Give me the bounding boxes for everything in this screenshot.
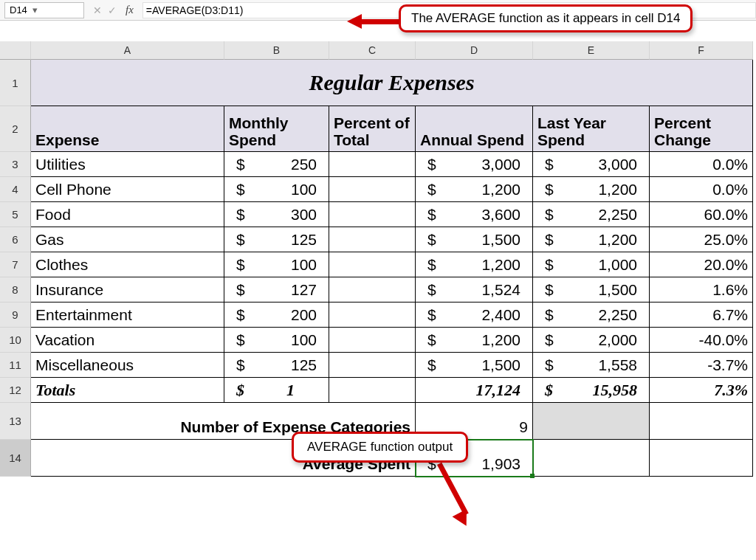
cell-f9[interactable]: 6.7% <box>650 303 753 328</box>
cell-f13[interactable] <box>650 403 753 440</box>
cell-c7[interactable] <box>329 252 416 277</box>
col-header-e[interactable]: E <box>533 41 650 60</box>
cell-c12[interactable] <box>329 378 416 403</box>
cell-f5[interactable]: 60.0% <box>650 202 753 227</box>
cell-e6[interactable]: $1,200 <box>533 227 650 252</box>
cell-d11[interactable]: $1,500 <box>416 353 533 378</box>
cell-a11[interactable]: Miscellaneous <box>31 353 224 378</box>
cell-c3[interactable] <box>329 152 416 177</box>
cell-e4[interactable]: $1,200 <box>533 177 650 202</box>
cell-e3[interactable]: $3,000 <box>533 152 650 177</box>
row-header-13[interactable]: 13 <box>0 403 31 440</box>
cell-a3[interactable]: Utilities <box>31 152 224 177</box>
row-header-2[interactable]: 2 <box>0 106 31 152</box>
cell-f12[interactable]: 7.3% <box>650 378 753 403</box>
cell-f3[interactable]: 0.0% <box>650 152 753 177</box>
cell-c10[interactable] <box>329 328 416 353</box>
cell-f10[interactable]: -40.0% <box>650 328 753 353</box>
col-header-c[interactable]: C <box>329 41 416 60</box>
col-header-b[interactable]: B <box>224 41 329 60</box>
header-annual[interactable]: Annual Spend <box>416 106 533 152</box>
enter-icon[interactable]: ✓ <box>108 4 117 16</box>
cell-e8[interactable]: $1,500 <box>533 277 650 303</box>
cell-b5[interactable]: $300 <box>224 202 329 227</box>
cell-c11[interactable] <box>329 353 416 378</box>
row-header-1[interactable]: 1 <box>0 60 31 106</box>
cell-d8[interactable]: $1,524 <box>416 277 533 303</box>
cell-b8[interactable]: $127 <box>224 277 329 303</box>
row-header-5[interactable]: 5 <box>0 202 31 227</box>
header-percent-change[interactable]: Percent Change <box>650 106 753 152</box>
cell-d12[interactable]: 17,124 <box>416 378 533 403</box>
title-cell[interactable]: Regular Expenses <box>31 60 753 106</box>
cell-d4[interactable]: $1,200 <box>416 177 533 202</box>
cell-e14[interactable] <box>533 440 650 477</box>
cell-a5[interactable]: Food <box>31 202 224 227</box>
callout-output: AVERAGE function output <box>292 432 468 463</box>
cell-b11[interactable]: $125 <box>224 353 329 378</box>
cell-a6[interactable]: Gas <box>31 227 224 252</box>
cell-f11[interactable]: -3.7% <box>650 353 753 378</box>
cell-e5[interactable]: $2,250 <box>533 202 650 227</box>
cell-e7[interactable]: $1,000 <box>533 252 650 277</box>
cell-f7[interactable]: 20.0% <box>650 252 753 277</box>
cell-c6[interactable] <box>329 227 416 252</box>
cell-b6[interactable]: $125 <box>224 227 329 252</box>
row-header-3[interactable]: 3 <box>0 152 31 177</box>
cell-f6[interactable]: 25.0% <box>650 227 753 252</box>
cell-d10[interactable]: $1,200 <box>416 328 533 353</box>
cancel-icon[interactable]: ✕ <box>93 4 102 16</box>
cell-c4[interactable] <box>329 177 416 202</box>
header-last-year[interactable]: Last Year Spend <box>533 106 650 152</box>
cell-a10[interactable]: Vacation <box>31 328 224 353</box>
row-header-4[interactable]: 4 <box>0 177 31 202</box>
cell-b7[interactable]: $100 <box>224 252 329 277</box>
cell-c9[interactable] <box>329 303 416 328</box>
cell-e12[interactable]: $15,958 <box>533 378 650 403</box>
row-header-9[interactable]: 9 <box>0 303 31 328</box>
cell-f8[interactable]: 1.6% <box>650 277 753 303</box>
col-header-a[interactable]: A <box>31 41 224 60</box>
cell-a4[interactable]: Cell Phone <box>31 177 224 202</box>
cell-e10[interactable]: $2,000 <box>533 328 650 353</box>
row-header-12[interactable]: 12 <box>0 378 31 403</box>
header-expense[interactable]: Expense <box>31 106 224 152</box>
cell-d3[interactable]: $3,000 <box>416 152 533 177</box>
cell-d9[interactable]: $2,400 <box>416 303 533 328</box>
col-header-d[interactable]: D <box>416 41 533 60</box>
name-box-dropdown-icon[interactable]: ▾ <box>27 4 38 15</box>
cell-a9[interactable]: Entertainment <box>31 303 224 328</box>
row-header-14[interactable]: 14 <box>0 440 31 477</box>
row-header-11[interactable]: 11 <box>0 353 31 378</box>
cell-c8[interactable] <box>329 277 416 303</box>
cell-d5[interactable]: $3,600 <box>416 202 533 227</box>
header-percent-total[interactable]: Percent of Total <box>329 106 416 152</box>
formula-text: =AVERAGE(D3:D11) <box>146 4 244 16</box>
cell-b4[interactable]: $100 <box>224 177 329 202</box>
row-header-8[interactable]: 8 <box>0 277 31 303</box>
cell-e13[interactable] <box>533 403 650 440</box>
arrow-to-formula <box>347 15 399 28</box>
cell-c5[interactable] <box>329 202 416 227</box>
cell-b3[interactable]: $250 <box>224 152 329 177</box>
name-box[interactable]: D14 ▾ <box>4 2 84 18</box>
row-header-10[interactable]: 10 <box>0 328 31 353</box>
fx-icon[interactable]: fx <box>126 4 134 16</box>
cell-e9[interactable]: $2,250 <box>533 303 650 328</box>
cell-b9[interactable]: $200 <box>224 303 329 328</box>
cell-f14[interactable] <box>650 440 753 477</box>
cell-a12[interactable]: Totals <box>31 378 224 403</box>
cell-d7[interactable]: $1,200 <box>416 252 533 277</box>
row-header-7[interactable]: 7 <box>0 252 31 277</box>
select-all-corner[interactable] <box>0 41 31 60</box>
cell-a7[interactable]: Clothes <box>31 252 224 277</box>
header-monthly[interactable]: Monthly Spend <box>224 106 329 152</box>
cell-e11[interactable]: $1,558 <box>533 353 650 378</box>
cell-d6[interactable]: $1,500 <box>416 227 533 252</box>
cell-a8[interactable]: Insurance <box>31 277 224 303</box>
cell-b12[interactable]: $1 <box>224 378 329 403</box>
cell-b10[interactable]: $100 <box>224 328 329 353</box>
cell-f4[interactable]: 0.0% <box>650 177 753 202</box>
row-header-6[interactable]: 6 <box>0 227 31 252</box>
col-header-f[interactable]: F <box>650 41 753 60</box>
